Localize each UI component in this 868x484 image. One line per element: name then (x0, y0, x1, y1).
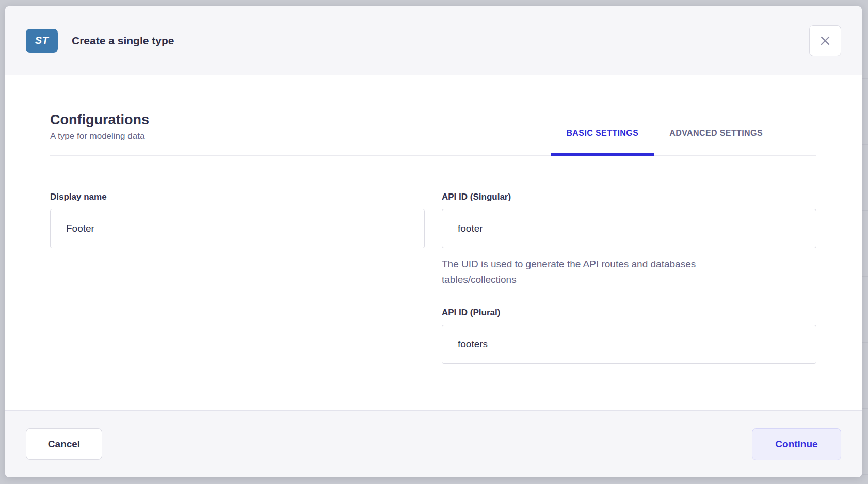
tab-basic-settings[interactable]: BASIC SETTINGS (551, 128, 654, 156)
page-title: Configurations (50, 112, 149, 128)
single-type-badge-label: ST (35, 35, 49, 46)
api-id-plural-label: API ID (Plural) (442, 308, 816, 318)
close-icon (818, 34, 832, 47)
display-name-label: Display name (50, 192, 425, 202)
api-id-singular-hint: The UID is used to generate the API rout… (442, 256, 816, 287)
page-subtitle: A type for modeling data (50, 131, 149, 141)
api-id-singular-hint-line2: tables/collections (442, 272, 816, 287)
api-id-field-column: API ID (Singular) The UID is used to gen… (442, 192, 816, 364)
single-type-badge: ST (26, 29, 58, 53)
modal-title: Create a single type (72, 35, 174, 47)
configurations-heading-block: Configurations A type for modeling data (50, 112, 149, 155)
continue-button[interactable]: Continue (752, 428, 841, 460)
display-name-field-group: Display name (50, 192, 425, 364)
close-button[interactable] (809, 25, 841, 56)
create-single-type-modal: ST Create a single type Configurations A… (5, 6, 862, 477)
settings-tabs: BASIC SETTINGS ADVANCED SETTINGS (551, 128, 816, 155)
api-id-singular-hint-line1: The UID is used to generate the API rout… (442, 256, 816, 272)
modal-footer: Cancel Continue (5, 410, 862, 477)
tab-advanced-settings[interactable]: ADVANCED SETTINGS (654, 128, 778, 156)
api-id-singular-label: API ID (Singular) (442, 192, 816, 202)
configuration-form: Display name API ID (Singular) The UID i… (50, 192, 816, 364)
background-page-edge (862, 13, 868, 484)
cancel-button[interactable]: Cancel (26, 428, 102, 460)
modal-body: Configurations A type for modeling data … (5, 75, 862, 410)
display-name-input[interactable] (50, 209, 425, 248)
api-id-plural-input[interactable] (442, 325, 816, 364)
modal-header: ST Create a single type (5, 6, 862, 75)
api-id-singular-input[interactable] (442, 209, 816, 248)
configurations-header: Configurations A type for modeling data … (50, 112, 816, 156)
